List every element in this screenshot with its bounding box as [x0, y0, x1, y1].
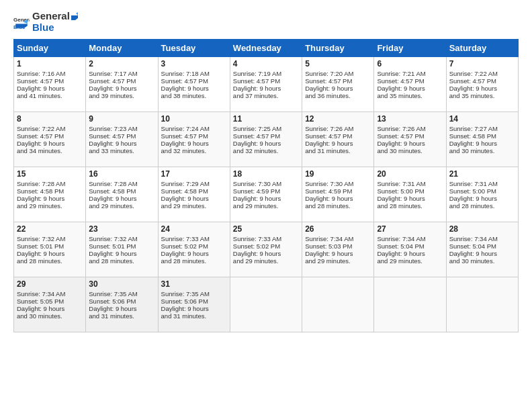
day-info-line: Sunset: 5:04 PM: [377, 242, 443, 250]
day-number: 17: [161, 169, 227, 179]
day-info-line: Sunrise: 7:31 AM: [377, 180, 443, 187]
day-info-line: Daylight: 9 hours: [233, 250, 299, 257]
day-number: 23: [89, 224, 154, 234]
day-cell: 10Sunrise: 7:24 AMSunset: 4:57 PMDayligh…: [158, 111, 230, 167]
day-number: 10: [161, 114, 227, 124]
day-info-line: Daylight: 9 hours: [449, 140, 515, 147]
day-info-line: and 35 minutes.: [377, 92, 443, 99]
day-info-line: Sunset: 5:06 PM: [161, 298, 227, 305]
week-row-2: 8Sunrise: 7:22 AMSunset: 4:57 PMDaylight…: [14, 111, 519, 167]
day-info-line: and 28 minutes.: [161, 257, 227, 265]
day-info-line: Sunrise: 7:24 AM: [161, 125, 227, 132]
day-info-line: Sunset: 4:57 PM: [89, 77, 154, 85]
day-info-line: Sunset: 4:57 PM: [161, 77, 227, 85]
day-info-line: and 32 minutes.: [233, 147, 299, 154]
day-info-line: Sunrise: 7:34 AM: [305, 235, 371, 242]
day-info-line: Sunrise: 7:29 AM: [161, 180, 227, 187]
day-info-line: Sunset: 5:02 PM: [161, 242, 227, 250]
day-info-line: Daylight: 9 hours: [89, 195, 154, 202]
day-info-line: Sunset: 4:59 PM: [305, 187, 371, 195]
day-info-line: Sunset: 4:58 PM: [449, 132, 515, 140]
day-cell: 12Sunrise: 7:26 AMSunset: 4:57 PMDayligh…: [302, 111, 374, 167]
day-number: 25: [233, 224, 299, 234]
day-number: 11: [233, 114, 299, 124]
day-info-line: and 36 minutes.: [305, 92, 371, 99]
day-cell: 25Sunrise: 7:33 AMSunset: 5:02 PMDayligh…: [230, 222, 302, 277]
svg-marker-5: [76, 12, 78, 15]
day-info-line: Sunrise: 7:22 AM: [449, 70, 515, 77]
day-info-line: Sunset: 4:57 PM: [17, 132, 83, 140]
day-info-line: Daylight: 9 hours: [161, 195, 227, 202]
day-info-line: Sunrise: 7:35 AM: [161, 290, 227, 298]
weekday-header-thursday: Thursday: [302, 39, 374, 56]
day-info-line: and 35 minutes.: [449, 92, 515, 99]
day-info-line: and 30 minutes.: [377, 147, 443, 154]
logo: General Blue General Blue: [13, 11, 81, 34]
day-info-line: and 29 minutes.: [377, 257, 443, 265]
day-info-line: Daylight: 9 hours: [233, 195, 299, 202]
day-info-line: Daylight: 9 hours: [17, 195, 83, 202]
weekday-header-row: SundayMondayTuesdayWednesdayThursdayFrid…: [14, 39, 519, 56]
day-info-line: Daylight: 9 hours: [377, 195, 443, 202]
header: General Blue General Blue: [13, 11, 519, 34]
day-cell: [446, 277, 518, 332]
day-number: 16: [89, 169, 154, 179]
day-cell: 26Sunrise: 7:34 AMSunset: 5:03 PMDayligh…: [302, 222, 374, 277]
day-info-line: Daylight: 9 hours: [233, 85, 299, 92]
day-info-line: Sunset: 5:00 PM: [449, 187, 515, 195]
day-info-line: Sunset: 5:01 PM: [89, 242, 154, 250]
day-info-line: and 34 minutes.: [17, 147, 83, 154]
day-info-line: Sunrise: 7:26 AM: [305, 125, 371, 132]
day-info-line: Sunset: 4:57 PM: [89, 132, 154, 140]
day-info-line: Sunset: 4:57 PM: [305, 77, 371, 85]
day-info-line: Daylight: 9 hours: [161, 250, 227, 257]
day-number: 4: [233, 59, 299, 68]
day-info-line: Sunset: 4:57 PM: [377, 132, 443, 140]
day-number: 19: [305, 169, 371, 179]
day-info-line: and 29 minutes.: [305, 257, 371, 265]
calendar-table: SundayMondayTuesdayWednesdayThursdayFrid…: [13, 39, 519, 332]
day-info-line: Daylight: 9 hours: [161, 305, 227, 312]
day-cell: 1Sunrise: 7:16 AMSunset: 4:57 PMDaylight…: [14, 56, 86, 111]
day-info-line: Sunrise: 7:34 AM: [17, 290, 83, 298]
weekday-header-saturday: Saturday: [446, 39, 518, 56]
day-info-line: and 31 minutes.: [305, 147, 371, 154]
day-info-line: Sunset: 4:58 PM: [17, 187, 83, 195]
day-info-line: and 29 minutes.: [233, 202, 299, 210]
day-info-line: Daylight: 9 hours: [17, 305, 83, 312]
day-number: 30: [89, 279, 154, 289]
day-cell: 23Sunrise: 7:32 AMSunset: 5:01 PMDayligh…: [86, 222, 158, 277]
svg-marker-4: [71, 15, 78, 20]
day-info-line: Sunrise: 7:34 AM: [377, 235, 443, 242]
day-number: 12: [305, 114, 371, 124]
day-info-line: and 33 minutes.: [89, 147, 154, 154]
day-cell: 7Sunrise: 7:22 AMSunset: 4:57 PMDaylight…: [446, 56, 518, 111]
day-info-line: Sunset: 4:57 PM: [161, 132, 227, 140]
day-cell: 5Sunrise: 7:20 AMSunset: 4:57 PMDaylight…: [302, 56, 374, 111]
day-info-line: and 28 minutes.: [377, 202, 443, 210]
day-cell: 30Sunrise: 7:35 AMSunset: 5:06 PMDayligh…: [86, 277, 158, 332]
day-number: 5: [305, 59, 371, 68]
weekday-header-friday: Friday: [374, 39, 446, 56]
day-info-line: Sunset: 5:06 PM: [89, 298, 154, 305]
day-info-line: Sunset: 5:04 PM: [449, 242, 515, 250]
day-number: 29: [17, 279, 83, 289]
logo-icon: General Blue: [13, 14, 30, 30]
day-info-line: Sunrise: 7:31 AM: [449, 180, 515, 187]
day-info-line: Daylight: 9 hours: [305, 195, 371, 202]
day-info-line: and 41 minutes.: [17, 92, 83, 99]
day-number: 7: [449, 59, 515, 68]
day-info-line: Sunrise: 7:27 AM: [449, 125, 515, 132]
day-info-line: Sunrise: 7:22 AM: [17, 125, 83, 132]
day-info-line: Sunset: 4:57 PM: [449, 77, 515, 85]
day-info-line: Daylight: 9 hours: [89, 85, 154, 92]
day-number: 3: [161, 59, 227, 68]
day-info-line: and 29 minutes.: [89, 202, 154, 210]
day-info-line: Sunset: 4:57 PM: [233, 132, 299, 140]
day-cell: 19Sunrise: 7:30 AMSunset: 4:59 PMDayligh…: [302, 167, 374, 222]
day-number: 9: [89, 114, 154, 124]
day-info-line: Sunset: 5:05 PM: [17, 298, 83, 305]
day-info-line: Sunrise: 7:18 AM: [161, 70, 227, 77]
day-info-line: Daylight: 9 hours: [377, 250, 443, 257]
day-info-line: Daylight: 9 hours: [17, 250, 83, 257]
